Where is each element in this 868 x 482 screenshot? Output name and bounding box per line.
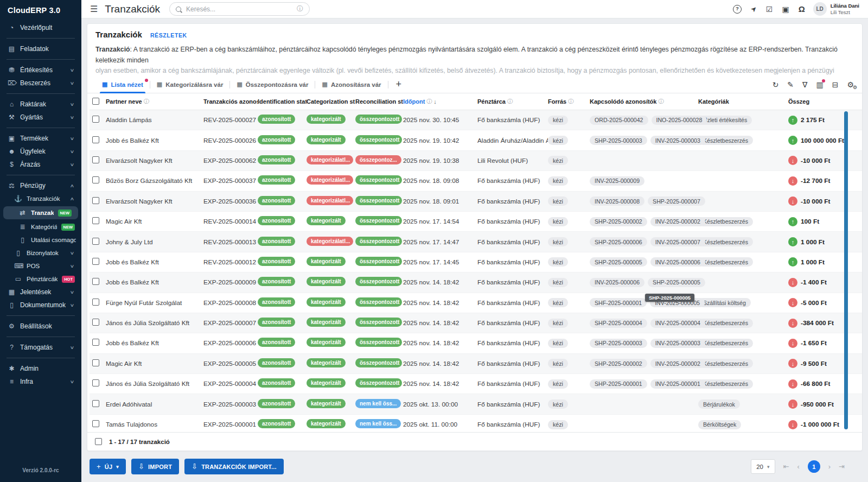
- next-page-icon[interactable]: ›: [828, 462, 831, 471]
- sidebar-item-gyartas[interactable]: ⚒Gyártás∨: [0, 111, 81, 124]
- page-size-select[interactable]: 20 ▾: [751, 459, 775, 474]
- column-header-partner-neve[interactable]: Partner neveⓘ: [106, 98, 203, 105]
- sidebar-item-jelentesek[interactable]: ▦Jelentések∨: [0, 286, 81, 299]
- row-checkbox[interactable]: [92, 156, 99, 163]
- checklist-icon[interactable]: ☑: [766, 5, 773, 13]
- row-checkbox[interactable]: [92, 116, 99, 123]
- vertical-scrollbar[interactable]: [844, 111, 848, 429]
- table-row[interactable]: Bűzös Borz Gázszolgáltató KftEXP-2025-00…: [90, 171, 862, 191]
- sidebar-item-ugyfelek[interactable]: ☻Ügyfelek∨: [0, 145, 81, 158]
- edit-icon[interactable]: ✎: [787, 81, 794, 88]
- sidebar-item-tranzakciok[interactable]: ⇄TranzakciókNEW: [3, 206, 78, 219]
- row-checkbox[interactable]: [92, 420, 99, 427]
- filter-icon[interactable]: ∇: [802, 81, 807, 88]
- add-tab-button[interactable]: +: [388, 79, 410, 90]
- column-header-tranzakcios-azonos[interactable]: Tranzakciós azonos: [203, 98, 258, 105]
- sidebar-item-penztarcak[interactable]: ▭PénztárcákHOT: [0, 272, 81, 286]
- rocket-icon[interactable]: ➤: [749, 4, 758, 14]
- table-row[interactable]: Jobb és Balkéz KftEXP-2025-000009azonosí…: [90, 272, 862, 293]
- settings-icon[interactable]: ⚙: [847, 81, 854, 88]
- sidebar-item-tranzakciok[interactable]: ⚓Tranzakciók∧: [0, 192, 81, 205]
- sidebar-item-feladatok[interactable]: ▤Feladatok: [0, 42, 81, 55]
- footer-checkbox[interactable]: [95, 438, 102, 445]
- column-header-idopont[interactable]: Időpontⓘ↓: [403, 98, 477, 105]
- row-checkbox[interactable]: [92, 278, 99, 285]
- row-checkbox[interactable]: [92, 339, 99, 346]
- row-checkbox[interactable]: [92, 217, 99, 224]
- clipboard-icon[interactable]: ▣: [782, 5, 789, 13]
- tab-osszepontozasra-var[interactable]: ▦Összepontozásra vár: [230, 76, 315, 93]
- group-icon[interactable]: ⊟: [832, 81, 839, 88]
- column-header-kategoriak[interactable]: Kategóriák: [698, 98, 788, 105]
- table-row[interactable]: János és Júlia Szolgáltató KftEXP-2025-0…: [90, 313, 862, 333]
- column-header-identification-stat[interactable]: Identification stat: [258, 98, 307, 105]
- sidebar-item-infra[interactable]: ≡Infra∨: [0, 375, 81, 388]
- table-row[interactable]: Elvarázsolt Nagyker KftEXP-2025-000062az…: [90, 151, 862, 171]
- column-header-forras[interactable]: Forrásⓘ: [548, 98, 590, 105]
- sidebar-item-pos[interactable]: ⌨POS∨: [0, 259, 81, 272]
- table-row[interactable]: Aladdin LámpásREV-2025-000027azonosított…: [90, 110, 862, 130]
- column-header-osszeg[interactable]: Összeg: [788, 98, 862, 105]
- table-row[interactable]: János és Júlia Szolgáltató KftEXP-2025-0…: [90, 374, 862, 394]
- table-row[interactable]: Jobb és Balkéz KftEXP-2025-000006azonosí…: [90, 333, 862, 353]
- row-checkbox[interactable]: [92, 136, 99, 143]
- select-all-checkbox[interactable]: [92, 98, 99, 105]
- first-page-icon[interactable]: ⇤: [783, 462, 789, 471]
- sidebar-item-tamogatas[interactable]: ?Támogatás∨: [0, 341, 81, 354]
- row-checkbox[interactable]: [92, 400, 99, 407]
- prev-page-icon[interactable]: ‹: [797, 462, 799, 471]
- avatar[interactable]: LD: [813, 2, 827, 16]
- table-row[interactable]: Jobb és Balkéz KftREV-2025-000012azonosí…: [90, 252, 862, 272]
- row-checkbox[interactable]: [92, 176, 99, 183]
- row-checkbox[interactable]: [92, 299, 99, 306]
- sidebar-item-utalasi-csomagok[interactable]: ▯Utalási csomagok: [0, 233, 81, 246]
- table-row[interactable]: Elvarázsolt Nagyker KftEXP-2025-000036az…: [90, 192, 862, 212]
- table-row[interactable]: Magic Air KftEXP-2025-000005azonosítottk…: [90, 354, 862, 374]
- columns-icon[interactable]: ▥: [816, 81, 823, 88]
- column-header-reconciliation-st[interactable]: Reconciliation st: [355, 98, 403, 105]
- row-checkbox[interactable]: [92, 258, 99, 265]
- refresh-icon[interactable]: ↻: [773, 81, 779, 88]
- table-row[interactable]: Jobb és Balkéz KftREV-2025-000026azonosí…: [90, 130, 862, 150]
- search-input[interactable]: [185, 5, 293, 14]
- new-button[interactable]: + ÚJ ▾: [90, 459, 126, 474]
- search-info-icon[interactable]: ⓘ: [297, 4, 303, 14]
- details-link[interactable]: RÉSZLETEK: [150, 32, 187, 39]
- sidebar-item-kategoriak[interactable]: ≣KategóriákNEW: [0, 220, 81, 233]
- sidebar-item-beszerzes[interactable]: ⌦Beszerzés∨: [0, 77, 81, 90]
- table-row[interactable]: Magic Air KftREV-2025-000014azonosítottk…: [90, 212, 862, 232]
- column-header-kapcsolodo-azonositok[interactable]: Kapcsolódó azonosítókⓘ: [590, 98, 698, 105]
- row-checkbox[interactable]: [92, 379, 99, 386]
- search-box[interactable]: ⓘ: [169, 2, 310, 16]
- row-checkbox[interactable]: [92, 197, 99, 204]
- sidebar-item-admin[interactable]: ✱Admin: [0, 362, 81, 375]
- sidebar-item-bizonylatok[interactable]: ▯Bizonylatok∨: [0, 246, 81, 259]
- sidebar-item-termekek[interactable]: ▣Termékek∨: [0, 132, 81, 145]
- table-row[interactable]: Erdei AdóhivatalEXP-2025-000003azonosíto…: [90, 394, 862, 414]
- sidebar-item-penzugy[interactable]: ⚖Pénzügy∧: [0, 179, 81, 192]
- help-icon[interactable]: ?: [733, 5, 742, 14]
- table-row[interactable]: Tamás TulajdonosEXP-2025-000001azonosíto…: [90, 415, 862, 432]
- import-button[interactable]: ⇩ IMPORT: [131, 459, 179, 474]
- sidebar-item-beallitasok[interactable]: ⚙Beállítások: [0, 320, 81, 333]
- current-page[interactable]: 1: [808, 460, 820, 473]
- sidebar-item-ertekesites[interactable]: ⛃Értékesítés∨: [0, 64, 81, 77]
- sidebar-item-dokumentumok[interactable]: ▯Dokumentumok∨: [0, 299, 81, 312]
- row-checkbox[interactable]: [92, 238, 99, 245]
- tab-kategorizalasra-var[interactable]: ▦Kategorizálásra vár: [150, 76, 230, 93]
- user-menu[interactable]: LD Liliána Dani Lili Teszt: [813, 2, 859, 16]
- menu-toggle-icon[interactable]: ☰: [90, 4, 98, 14]
- bell-icon[interactable]: Ω: [799, 5, 805, 13]
- table-row[interactable]: Fürge Nyúl Futár SzolgálatEXP-2025-00000…: [90, 293, 862, 313]
- column-header-categorization-st[interactable]: Categorization st: [307, 98, 355, 105]
- sidebar-item-raktarak[interactable]: ⌂Raktárak∨: [0, 98, 81, 111]
- transactions-import-button[interactable]: ⇩ TRANZAKCIÓK IMPORT...: [184, 459, 284, 474]
- tab-lista-nezet[interactable]: ▦Lista nézet: [95, 76, 150, 93]
- row-checkbox[interactable]: [92, 319, 99, 326]
- tab-azonositasra-var[interactable]: ▦Azonosításra vár: [315, 76, 387, 93]
- last-page-icon[interactable]: ⇥: [839, 462, 845, 471]
- row-checkbox[interactable]: [92, 359, 99, 366]
- column-header-penztarca[interactable]: Pénztárcaⓘ: [477, 98, 548, 105]
- table-row[interactable]: Johny & July LtdREV-2025-000013azonosíto…: [90, 232, 862, 252]
- sidebar-item-vezerlopult[interactable]: ◔Vezérlőpult: [0, 21, 81, 34]
